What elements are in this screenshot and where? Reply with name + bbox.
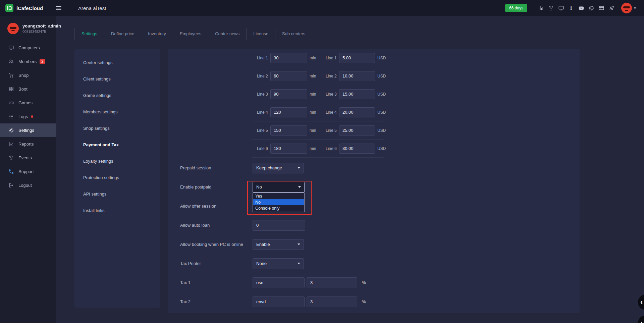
line2-minutes-input[interactable] <box>270 71 307 81</box>
sidebar-item-label: Shop <box>18 73 29 78</box>
tax1-row: Tax 1 % <box>168 273 580 292</box>
line6-price-input[interactable] <box>339 144 375 154</box>
line-row-4: Line 4min Line 4USD <box>252 103 384 121</box>
sidebar-avatar <box>7 23 19 34</box>
sidebar-item-boot[interactable]: Boot <box>0 82 56 96</box>
line-row-5: Line 5min Line 5USD <box>252 121 384 140</box>
line1-price-input[interactable] <box>339 53 375 63</box>
tax-printer-select[interactable]: None <box>253 258 304 269</box>
tax1-rate-input[interactable] <box>307 277 357 288</box>
games-gamepad-icon <box>8 100 14 106</box>
sidebar-item-label: Computers <box>18 45 40 50</box>
tax2-rate-input[interactable] <box>307 297 357 307</box>
line4-price-input[interactable] <box>339 107 375 117</box>
content-row: Center settings Client settings Game set… <box>74 49 644 313</box>
minutes-unit: min <box>310 128 319 133</box>
hamburger-menu-icon[interactable] <box>54 5 63 11</box>
line-label: Line 1 <box>326 56 339 60</box>
community-icon[interactable] <box>608 5 615 11</box>
billing-card-icon[interactable] <box>598 5 605 11</box>
line5-minutes-input[interactable] <box>270 125 307 136</box>
dropdown-option-yes[interactable]: Yes <box>253 193 304 199</box>
field-label: Tax 1 <box>180 280 253 285</box>
allow-booking-select[interactable]: Enable <box>253 239 304 250</box>
field-label: Enable postpaid <box>180 184 253 190</box>
sidebar-item-shop[interactable]: Shop <box>0 68 56 82</box>
tax1-name-input[interactable] <box>253 277 305 288</box>
trophy-icon[interactable] <box>548 5 554 11</box>
allow-auto-loan-input[interactable] <box>253 220 305 231</box>
settings-nav-center[interactable]: Center settings <box>74 54 160 71</box>
license-days-badge[interactable]: 66 days <box>505 4 527 12</box>
line3-minutes-input[interactable] <box>270 89 307 99</box>
globe-icon[interactable] <box>588 5 595 11</box>
line4-minutes-input[interactable] <box>270 107 307 117</box>
line-label: Line 5 <box>257 128 270 133</box>
enable-postpaid-row: Enable postpaid No Yes No Console only <box>168 177 580 197</box>
facebook-icon[interactable]: f <box>568 5 575 11</box>
tab-define-price[interactable]: Define price <box>104 28 141 40</box>
line-row-3: Line 3min Line 3USD <box>252 85 384 103</box>
youtube-icon[interactable] <box>578 5 585 11</box>
settings-nav-loyalty[interactable]: Loyalty settings <box>74 153 160 169</box>
line3-price-input[interactable] <box>339 89 375 99</box>
sidebar-item-games[interactable]: Games <box>0 96 56 110</box>
settings-nav-api[interactable]: API settings <box>74 186 160 202</box>
dropdown-option-no[interactable]: No <box>253 199 304 205</box>
brand-icon <box>5 4 13 12</box>
sidebar-item-logout[interactable]: Logout <box>0 178 56 192</box>
settings-nav-install-links[interactable]: Install links <box>74 202 160 219</box>
tab-settings[interactable]: Settings <box>74 28 104 40</box>
sidebar-user[interactable]: youngzsoft_admin 005193482475 <box>0 16 56 38</box>
sidebar-item-logs[interactable]: Logs <box>0 110 56 123</box>
avatar-caret-down-icon[interactable]: ▾ <box>634 6 636 10</box>
settings-nav-game[interactable]: Game settings <box>74 87 160 104</box>
minutes-unit: min <box>310 110 319 115</box>
tax2-name-input[interactable] <box>253 297 305 307</box>
dropdown-option-console-only[interactable]: Console only <box>253 205 304 211</box>
field-label: Prepaid session <box>180 165 253 170</box>
boot-icon <box>8 86 14 92</box>
line2-price-input[interactable] <box>339 71 375 81</box>
sidebar-item-label: Boot <box>18 87 28 92</box>
sidebar-item-reports[interactable]: Reports <box>0 137 56 151</box>
events-trophy-icon <box>8 155 14 161</box>
settings-nav-card: Center settings Client settings Game set… <box>74 49 160 308</box>
display-icon[interactable] <box>558 5 565 11</box>
settings-nav-protection[interactable]: Protection settings <box>74 169 160 186</box>
line6-minutes-input[interactable] <box>270 144 307 154</box>
caret-down-icon <box>298 244 300 245</box>
tab-bar: Settings Define price Inventory Employee… <box>74 28 630 40</box>
tab-inventory[interactable]: Inventory <box>141 28 173 40</box>
settings-nav-client[interactable]: Client settings <box>74 71 160 87</box>
user-avatar[interactable] <box>621 3 632 13</box>
sidebar-item-members[interactable]: Members 2 <box>0 55 56 68</box>
field-label: Allow offer session <box>180 204 253 209</box>
settings-nav-shop[interactable]: Shop settings <box>74 120 160 137</box>
prepaid-session-select[interactable]: Keep change <box>253 163 304 173</box>
enable-postpaid-select[interactable]: No <box>253 182 305 193</box>
brand-logo[interactable]: iCafeCloud <box>0 4 47 12</box>
computers-icon <box>8 45 14 51</box>
line-label: Line 1 <box>257 56 270 60</box>
line5-price-input[interactable] <box>339 125 375 136</box>
sidebar-item-computers[interactable]: Computers <box>0 41 56 55</box>
settings-nav-members[interactable]: Members settings <box>74 104 160 120</box>
select-value: Keep change <box>256 165 282 170</box>
topbar: iCafeCloud Arena aiTest 66 days f ▾ <box>0 0 644 16</box>
line-label: Line 4 <box>326 110 339 115</box>
line-label: Line 6 <box>257 146 270 151</box>
tab-employees[interactable]: Employees <box>173 28 208 40</box>
tab-license[interactable]: License <box>247 28 275 40</box>
stats-icon[interactable] <box>538 5 544 11</box>
select-value: No <box>256 184 262 190</box>
tab-sub-centers[interactable]: Sub centers <box>275 28 312 40</box>
sidebar-item-events[interactable]: Events <box>0 151 56 165</box>
settings-nav-payment-tax[interactable]: Payment and Tax <box>74 137 160 153</box>
tab-center-news[interactable]: Center news <box>208 28 247 40</box>
line1-minutes-input[interactable] <box>270 53 307 63</box>
percent-unit: % <box>362 299 366 304</box>
sidebar-item-settings[interactable]: Settings <box>0 123 56 137</box>
main-content: Settings Define price Inventory Employee… <box>56 16 644 323</box>
sidebar-item-support[interactable]: Support <box>0 165 56 178</box>
